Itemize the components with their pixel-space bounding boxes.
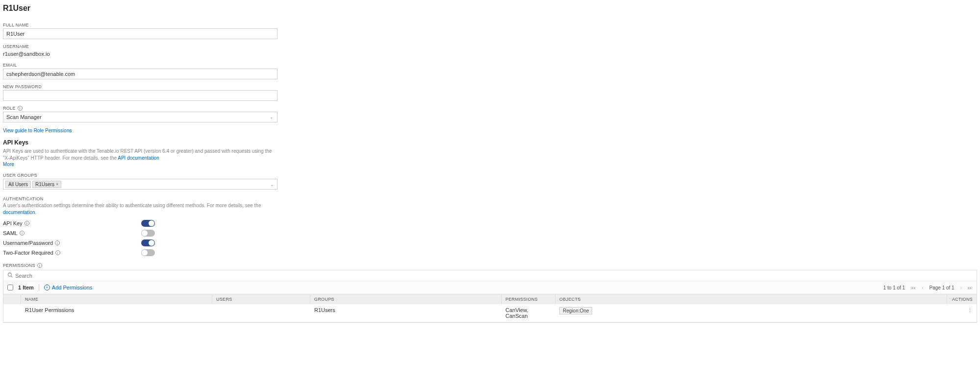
auth-toggle[interactable]: [141, 249, 155, 256]
permissions-toolbar: 1 Item + Add Permissions 1 to 1 of 1 ⏮ ‹…: [3, 281, 977, 294]
full-name-input[interactable]: [3, 28, 277, 39]
chevron-down-icon: ⌄: [270, 182, 274, 187]
col-permissions[interactable]: PERMISSIONS: [502, 294, 555, 304]
user-groups-input[interactable]: All UsersR1Users×⌄: [3, 179, 277, 190]
toggle-knob: [149, 240, 154, 246]
toggle-knob: [149, 220, 154, 226]
role-select[interactable]: [3, 112, 277, 122]
row-actions-button[interactable]: ⋮: [947, 304, 977, 322]
auth-row-label-text: SAML: [3, 230, 18, 236]
info-icon[interactable]: i: [37, 263, 42, 268]
auth-desc-suffix: .: [35, 210, 37, 215]
api-keys-heading: API Keys: [3, 139, 277, 146]
chip-remove-icon[interactable]: ×: [56, 182, 58, 187]
info-icon[interactable]: i: [18, 106, 23, 111]
col-users[interactable]: USERS: [212, 294, 310, 304]
auth-doc-link[interactable]: documentation: [3, 210, 35, 215]
range-text: 1 to 1 of 1: [883, 285, 905, 290]
more-link[interactable]: More: [3, 162, 277, 167]
cell-permissions: CanView, CanScan: [502, 304, 555, 322]
user-groups-label: USER GROUPS: [3, 173, 277, 178]
auth-row-label: SAMLi: [3, 230, 141, 236]
auth-row: API Keyi: [3, 220, 155, 227]
authentication-description: A user's authentication settings determi…: [3, 202, 277, 216]
col-objects[interactable]: OBJECTS: [555, 294, 947, 304]
email-label: EMAIL: [3, 63, 277, 68]
object-chip: Region:One: [559, 307, 592, 314]
auth-row-label: API Keyi: [3, 220, 141, 226]
search-icon: [7, 272, 13, 279]
page-text: Page 1 of 1: [930, 285, 955, 290]
auth-toggle[interactable]: [141, 220, 155, 227]
new-password-label: NEW PASSWORD: [3, 84, 277, 89]
first-page-button[interactable]: ⏮: [911, 285, 916, 290]
cell-name: R1User Permissions: [21, 304, 212, 322]
auth-row-label-text: Username/Password: [3, 240, 53, 246]
item-count: 1 Item: [18, 285, 34, 290]
col-groups[interactable]: GROUPS: [310, 294, 502, 304]
pager: 1 to 1 of 1 ⏮ ‹ Page 1 of 1 › ⏭: [883, 285, 973, 290]
auth-toggle[interactable]: [141, 239, 155, 246]
prev-page-button[interactable]: ‹: [922, 285, 923, 290]
user-group-chip: All Users: [5, 181, 31, 188]
role-label-text: ROLE: [3, 106, 16, 111]
auth-row: Two-Factor Requiredi: [3, 249, 155, 256]
permissions-label: PERMISSIONS i: [3, 263, 977, 268]
auth-row-label-text: Two-Factor Required: [3, 250, 53, 256]
toggle-knob: [142, 230, 148, 236]
col-actions: ACTIONS: [947, 294, 977, 304]
role-label: ROLE i: [3, 106, 277, 111]
api-keys-description: API Keys are used to authenticate with t…: [3, 148, 277, 162]
user-group-chip: R1Users×: [32, 181, 61, 188]
info-icon[interactable]: i: [55, 240, 60, 245]
permissions-table-header: NAME USERS GROUPS PERMISSIONS OBJECTS AC…: [3, 294, 977, 304]
email-input[interactable]: [3, 69, 277, 79]
auth-desc-text: A user's authentication settings determi…: [3, 203, 261, 208]
auth-row-label: Username/Passwordi: [3, 240, 141, 246]
permissions-search-row: [3, 270, 977, 281]
cell-objects: Region:One: [555, 304, 947, 322]
last-page-button[interactable]: ⏭: [968, 285, 973, 290]
api-doc-link[interactable]: API documentation: [118, 155, 159, 161]
select-all-checkbox[interactable]: [7, 285, 13, 290]
cell-users: [212, 304, 310, 322]
permissions-box: 1 Item + Add Permissions 1 to 1 of 1 ⏮ ‹…: [3, 270, 977, 323]
auth-row-label-text: API Key: [3, 220, 23, 226]
permissions-search-input[interactable]: [15, 273, 973, 279]
permissions-label-text: PERMISSIONS: [3, 263, 35, 268]
form-area: FULL NAME USERNAME r1user@sandbox.io EMA…: [3, 23, 277, 256]
permissions-section: PERMISSIONS i 1 Item + Add Permissions 1…: [3, 263, 977, 323]
chip-label: All Users: [8, 182, 28, 187]
chip-label: R1Users: [35, 182, 54, 187]
table-row[interactable]: R1User PermissionsR1UsersCanView, CanSca…: [3, 304, 977, 322]
plus-icon: +: [44, 285, 50, 290]
add-permissions-label: Add Permissions: [52, 285, 93, 290]
svg-point-0: [8, 273, 11, 276]
next-page-button[interactable]: ›: [960, 285, 962, 290]
auth-row: SAMLi: [3, 230, 155, 237]
add-permissions-button[interactable]: + Add Permissions: [44, 285, 93, 290]
auth-row-label: Two-Factor Requiredi: [3, 250, 141, 256]
col-name[interactable]: NAME: [21, 294, 212, 304]
info-icon[interactable]: i: [25, 221, 29, 226]
username-value: r1user@sandbox.io: [3, 50, 277, 58]
new-password-input[interactable]: [3, 90, 277, 101]
full-name-label: FULL NAME: [3, 23, 277, 27]
page-title: R1User: [3, 4, 977, 13]
svg-line-1: [11, 276, 13, 278]
toggle-knob: [142, 250, 148, 256]
username-label: USERNAME: [3, 44, 277, 49]
auth-toggle[interactable]: [141, 230, 155, 237]
info-icon[interactable]: i: [20, 231, 25, 236]
cell-groups: R1Users: [310, 304, 502, 322]
info-icon[interactable]: i: [55, 250, 60, 255]
authentication-label: AUTHENTICATION: [3, 196, 277, 201]
auth-row: Username/Passwordi: [3, 239, 155, 246]
divider: [39, 284, 39, 291]
role-permissions-guide-link[interactable]: View guide to Role Permissions: [3, 128, 72, 133]
